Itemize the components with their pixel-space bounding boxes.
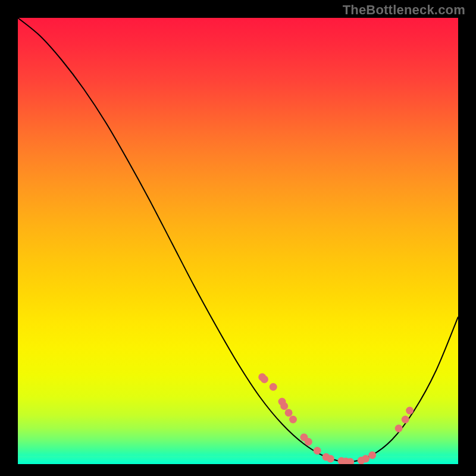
data-point-marker	[289, 416, 297, 424]
data-point-marker	[368, 452, 376, 459]
watermark-text: TheBottleneck.com	[343, 2, 465, 18]
data-point-marker	[270, 383, 277, 391]
data-point-marker	[314, 447, 321, 455]
data-point-marker	[362, 455, 369, 463]
data-point-marker	[280, 402, 288, 410]
data-point-marker	[395, 425, 403, 433]
bottleneck-curve-line	[18, 18, 458, 462]
data-point-markers	[258, 373, 414, 464]
data-point-marker	[406, 407, 414, 415]
data-point-marker	[261, 375, 268, 383]
data-point-marker	[285, 409, 293, 416]
data-point-marker	[327, 455, 334, 463]
data-point-marker	[305, 438, 312, 446]
data-point-marker	[402, 416, 409, 424]
chart-svg	[18, 18, 458, 464]
chart-plot-area	[18, 18, 458, 464]
